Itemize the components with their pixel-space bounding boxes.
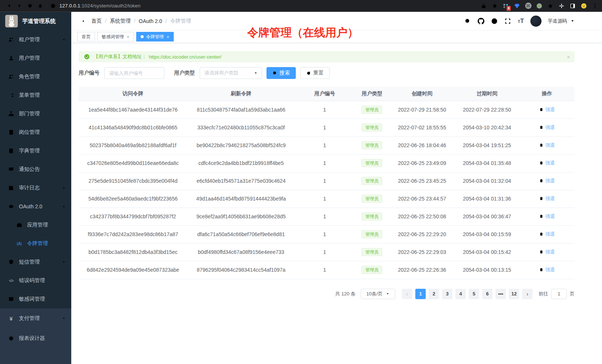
breadcrumb-home[interactable]: 首页 (91, 18, 110, 24)
next-page-button[interactable]: › (522, 289, 533, 299)
browser-reload-button[interactable] (24, 1, 35, 11)
sidebar-item-dept[interactable]: 部门管理 (0, 105, 71, 123)
evernote-extension-icon[interactable] (547, 3, 554, 9)
site-info-icon[interactable] (50, 3, 56, 9)
goto-label: 前往 (539, 291, 548, 297)
close-icon[interactable]: × (127, 34, 130, 39)
sidebar-item-oauth2[interactable]: OAuth 2.0 (0, 197, 71, 216)
reset-button[interactable]: 重置 (300, 67, 330, 79)
force-logout-button[interactable]: 强退 (539, 106, 555, 113)
tab-home[interactable]: 首页 (77, 32, 95, 42)
sidebar-item-report-designer[interactable]: 报表设计器 (0, 328, 71, 348)
sidebar-item-user[interactable]: 用户管理 (0, 49, 71, 67)
sidebar-item-menu[interactable]: 菜单管理 (0, 86, 71, 105)
logo-image (5, 15, 18, 27)
sidebar-item-error-code[interactable]: 错误码管理 (0, 271, 71, 290)
bookmark-star-icon[interactable] (491, 3, 498, 9)
page-button-1[interactable]: 1 (415, 289, 426, 299)
sidebar-item-oauth2-app[interactable]: 应用管理 (0, 216, 71, 234)
browser-forward-button[interactable] (14, 1, 24, 11)
font-size-icon[interactable] (518, 17, 524, 25)
browser-back-button[interactable] (4, 1, 14, 11)
force-logout-button[interactable]: 强退 (539, 142, 555, 149)
sidebar-item-sensitive-word[interactable]: 敏感词管理 (0, 290, 71, 308)
force-logout-button[interactable]: 强退 (539, 195, 555, 202)
force-logout-button[interactable]: 强退 (539, 160, 555, 166)
close-icon[interactable]: × (167, 34, 170, 39)
user-type-select[interactable]: 请选择用户类型 (200, 67, 262, 79)
page-button-3[interactable]: 3 (442, 289, 452, 299)
page-button-5[interactable]: 5 (469, 289, 479, 299)
force-logout-button[interactable]: 强退 (539, 267, 555, 273)
recorder-extension-icon[interactable] (536, 3, 543, 9)
user-id: 1 (295, 154, 354, 172)
page-button-2[interactable]: 2 (429, 289, 439, 299)
user-icon (8, 55, 14, 61)
alert-close-icon[interactable]: × (567, 54, 570, 60)
sidebar-item-audit-log[interactable]: 审计日志 (0, 179, 71, 197)
browser-home-button[interactable] (35, 1, 45, 11)
sidebar-item-role[interactable]: 角色管理 (0, 67, 71, 86)
table-row: 41c41346a548490f9dc8b01c6bfe0865 333ecfc… (79, 119, 575, 136)
sidebar-item-tenant[interactable]: 租户管理 (0, 30, 71, 49)
search-button[interactable]: 搜索 (266, 67, 296, 79)
sidebar-item-post[interactable]: 岗位管理 (0, 123, 71, 142)
pinwheel-extension-icon[interactable] (558, 3, 565, 9)
fullscreen-icon[interactable] (504, 17, 511, 24)
user-type-cell: 管理员 (354, 208, 390, 225)
sidebar-item-sms[interactable]: 短信管理 (0, 253, 71, 271)
force-logout-button[interactable]: 强退 (539, 249, 555, 255)
page-button-12[interactable]: 12 (509, 289, 519, 299)
page-size-select[interactable]: 10条/页 (361, 289, 395, 299)
sidebar-item-payment[interactable]: 支付管理 (0, 308, 71, 328)
breadcrumb-system[interactable]: 系统管理 (110, 18, 139, 24)
sidebar: 芋道管理系统 租户管理 用户管理 角色管理 菜单管理 部门管理 (0, 12, 71, 364)
page-ellipsis[interactable]: ••• (495, 289, 506, 299)
sidebar-item-notice[interactable]: 通知公告 (0, 160, 71, 179)
gem-extension-icon[interactable] (514, 3, 520, 9)
profile-avatar-icon[interactable] (580, 3, 587, 9)
force-logout-button[interactable]: 强退 (539, 178, 555, 184)
sidebar-toggle-icon[interactable] (569, 3, 576, 9)
page-button-6[interactable]: 6 (482, 289, 493, 299)
trash-icon (539, 143, 544, 148)
tab-token[interactable]: 令牌管理 × (136, 32, 174, 42)
extension-cluster-icon[interactable]: 9 (503, 3, 509, 9)
sidebar-item-dict[interactable]: 字典管理 (0, 142, 71, 160)
user-id-input[interactable] (104, 67, 164, 79)
github-icon[interactable] (478, 17, 485, 24)
sidebar-item-oauth2-token[interactable]: 令牌管理 (0, 234, 71, 253)
user-type-label: 用户类型 (174, 70, 195, 76)
caret-down-icon[interactable] (570, 19, 575, 23)
sidebar-collapse-button[interactable] (77, 17, 85, 25)
command-extension-icon[interactable]: ⌘ (525, 3, 531, 9)
search-icon[interactable] (464, 17, 471, 24)
menu-label: 通知公告 (19, 166, 40, 173)
table-row: f9336e7c7dd242a283ee98dc86b17a87 dfa6c71… (79, 225, 575, 243)
app-logo[interactable]: 芋道管理系统 (0, 12, 71, 30)
user-avatar[interactable] (530, 16, 542, 27)
page-button-4[interactable]: 4 (455, 289, 466, 299)
table-row: b0d1785bc3a8482f812db4a3f3bd15ec b0df498… (79, 243, 575, 261)
force-logout-button[interactable]: 强退 (539, 231, 555, 238)
refresh-token: 9ce8ef2aa9f14056b831ae9b608e28d5 (187, 208, 295, 225)
prev-page-button[interactable]: ‹ (402, 289, 412, 299)
goto-page-input[interactable] (551, 289, 567, 299)
doc-link[interactable]: https://doc.iocoder.cn/user-center/ (149, 54, 222, 60)
address-bar[interactable]: 127.0.0.1:1024/system/oauth2/token (50, 3, 480, 9)
force-logout-button[interactable]: 强退 (539, 124, 555, 131)
created-time: 2022-07-02 18:55:55 (390, 119, 455, 136)
force-logout-button[interactable]: 强退 (539, 213, 555, 220)
users-icon (8, 37, 14, 43)
menu-label: 租户管理 (19, 36, 40, 43)
username[interactable]: 芋道源码 (548, 18, 567, 24)
help-icon[interactable] (491, 17, 498, 24)
share-icon[interactable] (480, 3, 487, 9)
tab-sensitive-word[interactable]: 敏感词管理 × (97, 32, 134, 42)
created-time: 2022-06-25 23:49:09 (390, 154, 455, 172)
browser-menu-icon[interactable] (592, 3, 598, 9)
breadcrumb-oauth2[interactable]: OAuth 2.0 (139, 18, 170, 24)
force-logout-label: 强退 (545, 178, 555, 184)
trash-icon (539, 232, 544, 236)
col-access-token: 访问令牌 (79, 87, 187, 101)
